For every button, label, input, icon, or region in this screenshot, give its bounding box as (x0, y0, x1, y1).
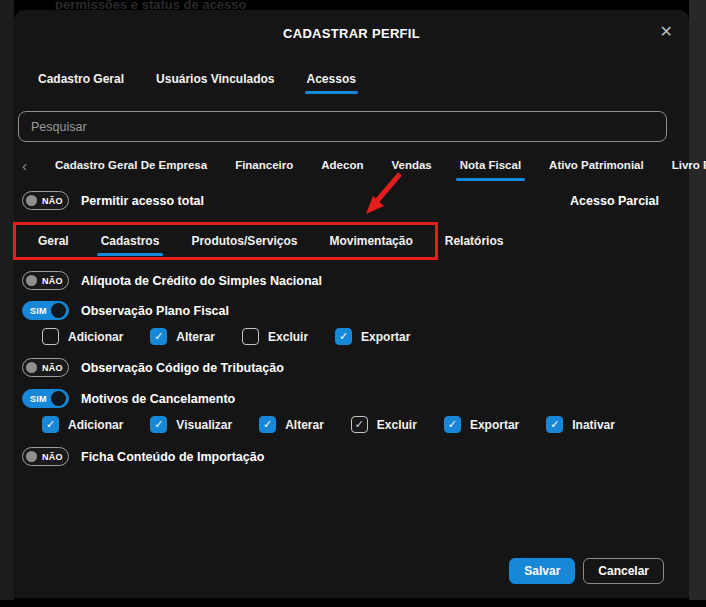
subtab-cadastros[interactable]: Cadastros (99, 232, 162, 256)
permission-row-aliquota: NÃO Alíquota de Crédito do Simples Nacio… (22, 271, 322, 290)
checkbox-box (242, 328, 259, 345)
check-icon: ✓ (259, 416, 276, 433)
save-button[interactable]: Salvar (509, 558, 575, 584)
modal-title: CADASTRAR PERFIL (14, 26, 689, 41)
toggle-knob (26, 362, 37, 373)
modal-tabs: Cadastro Geral Usuários Vinculados Acess… (36, 72, 358, 96)
checkbox-exportar[interactable]: ✓ Exportar (335, 328, 410, 345)
checkbox-label: Alterar (285, 418, 324, 432)
toggle-knob (26, 275, 37, 286)
permission-row-motivos-cancelamento: SIM Motivos de Cancelamento (22, 389, 235, 408)
motivos-options-row: ✓ Adicionar ✓ Visualizar ✓ Alterar ✓ Exc… (42, 416, 615, 433)
module-tab-ativo-patrimonial[interactable]: Ativo Patrimonial (547, 159, 646, 183)
subtab-produtos-servicos[interactable]: Produtos/Serviços (189, 232, 299, 256)
permission-row-observacao-plano-fiscal: SIM Observação Plano Fiscal (22, 301, 229, 320)
checkbox-adicionar[interactable]: ✓ Adicionar (42, 416, 123, 433)
observacao-plano-fiscal-label: Observação Plano Fiscal (81, 304, 229, 318)
checkbox-label: Exportar (470, 418, 519, 432)
toggle-knob (51, 391, 66, 406)
checkbox-label: Exportar (361, 330, 410, 344)
tab-acessos[interactable]: Acessos (305, 72, 358, 96)
module-tab-strip: ‹ Cadastro Geral De Empresa Financeiro A… (20, 159, 673, 183)
checkbox-label: Adicionar (68, 418, 123, 432)
toggle-state-label: NÃO (42, 452, 63, 462)
access-mode-label: Acesso Parcial (570, 194, 659, 208)
toggle-state-label: SIM (30, 306, 47, 316)
subtab-movimentacao[interactable]: Movimentação (327, 232, 414, 256)
toggle-knob (51, 303, 66, 318)
tab-cadastro-geral[interactable]: Cadastro Geral (36, 72, 126, 96)
check-icon: ✓ (335, 328, 352, 345)
checkbox-excluir[interactable]: Excluir (242, 328, 308, 345)
checkbox-alterar[interactable]: ✓ Alterar (259, 416, 324, 433)
checkbox-label: Alterar (176, 330, 215, 344)
checkbox-label: Excluir (377, 418, 417, 432)
module-tab-financeiro[interactable]: Financeiro (233, 159, 295, 183)
checkbox-inativar[interactable]: ✓ Inativar (546, 416, 615, 433)
aliquota-label: Alíquota de Crédito do Simples Nacional (81, 274, 322, 288)
checkbox-adicionar[interactable]: Adicionar (42, 328, 123, 345)
background-left-strip (0, 0, 14, 600)
check-icon: ✓ (42, 416, 59, 433)
screen: permissões e status de acesso CADASTRAR … (0, 0, 706, 607)
cancel-button[interactable]: Cancelar (583, 558, 664, 584)
toggle-state-label: NÃO (42, 196, 63, 206)
checkbox-alterar[interactable]: ✓ Alterar (150, 328, 215, 345)
search-input[interactable] (18, 111, 667, 142)
ficha-conteudo-toggle[interactable]: NÃO (22, 447, 69, 466)
module-tab-cadastro-geral-de-empresa[interactable]: Cadastro Geral De Empresa (53, 159, 209, 183)
access-total-row: NÃO Permitir acesso total Acesso Parcial (22, 191, 659, 210)
access-total-toggle[interactable]: NÃO (22, 191, 69, 210)
annotation-arrow (358, 168, 410, 222)
background-right-strip (689, 0, 706, 600)
subtab-geral[interactable]: Geral (36, 232, 71, 256)
checkbox-label: Visualizar (176, 418, 232, 432)
motivos-cancelamento-label: Motivos de Cancelamento (81, 392, 235, 406)
permission-row-ficha-conteudo: NÃO Ficha Conteúdo de Importação (22, 447, 264, 466)
checkbox-visualizar[interactable]: ✓ Visualizar (150, 416, 232, 433)
toggle-knob (26, 195, 37, 206)
observacao-plano-fiscal-toggle[interactable]: SIM (22, 301, 69, 320)
check-icon: ✓ (444, 416, 461, 433)
toggle-knob (26, 451, 37, 462)
permission-row-observacao-codigo: NÃO Observação Código de Tributação (22, 358, 284, 377)
checkbox-label: Adicionar (68, 330, 123, 344)
modal-footer: Salvar Cancelar (509, 558, 664, 584)
check-icon: ✓ (150, 416, 167, 433)
toggle-state-label: NÃO (42, 276, 63, 286)
aliquota-toggle[interactable]: NÃO (22, 271, 69, 290)
observacao-codigo-label: Observação Código de Tributação (81, 361, 284, 375)
check-icon: ✓ (546, 416, 563, 433)
check-icon: ✓ (150, 328, 167, 345)
cadastrar-perfil-modal: CADASTRAR PERFIL ✕ Cadastro Geral Usuári… (14, 10, 689, 598)
observacao-codigo-toggle[interactable]: NÃO (22, 358, 69, 377)
toggle-state-label: NÃO (42, 363, 63, 373)
subtabs-highlight-box: Geral Cadastros Produtos/Serviços Movime… (13, 222, 438, 260)
checkbox-box (42, 328, 59, 345)
checkbox-excluir[interactable]: ✓ Excluir (351, 416, 417, 433)
subtab-relatorios[interactable]: Relatórios (443, 232, 506, 256)
module-tab-livro-fiscal[interactable]: Livro Fiscal (670, 159, 706, 183)
module-tab-nota-fiscal[interactable]: Nota Fiscal (458, 159, 523, 183)
close-icon[interactable]: ✕ (660, 24, 673, 40)
checkbox-label: Inativar (572, 418, 615, 432)
checkbox-exportar[interactable]: ✓ Exportar (444, 416, 519, 433)
chevron-left-icon[interactable]: ‹ (20, 159, 29, 173)
toggle-state-label: SIM (30, 394, 47, 404)
checkbox-label: Excluir (268, 330, 308, 344)
access-total-label: Permitir acesso total (81, 194, 204, 208)
tab-usuarios-vinculados[interactable]: Usuários Vinculados (154, 72, 276, 96)
plano-fiscal-options-row: Adicionar ✓ Alterar Excluir ✓ Exportar (42, 328, 410, 345)
check-icon: ✓ (351, 416, 368, 433)
motivos-cancelamento-toggle[interactable]: SIM (22, 389, 69, 408)
ficha-conteudo-label: Ficha Conteúdo de Importação (81, 450, 264, 464)
